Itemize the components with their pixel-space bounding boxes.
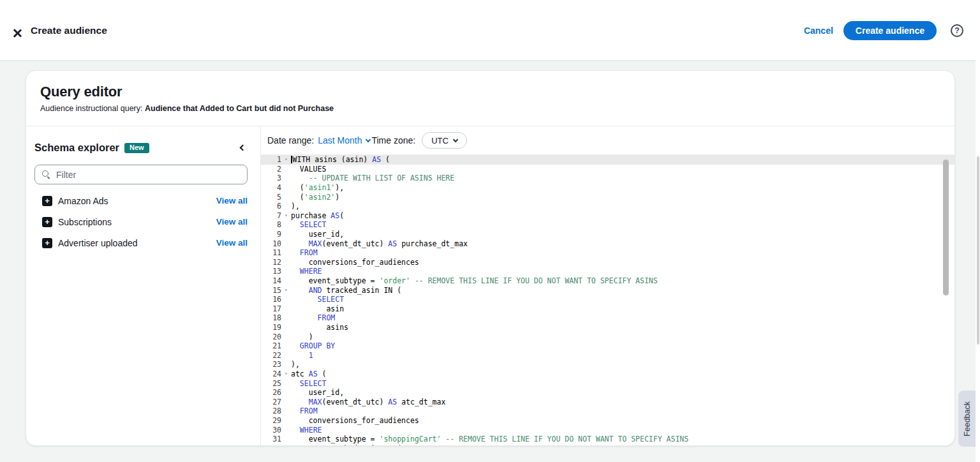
code-text: MAX(event_dt_utc) AS atc_dt_max	[291, 398, 445, 406]
filter-input-wrap[interactable]	[34, 165, 248, 184]
help-icon[interactable]: ?	[951, 24, 963, 37]
code-line[interactable]: 22 1	[261, 350, 954, 360]
line-number: 28	[261, 406, 281, 415]
subtitle-prefix: Audience instructional query:	[40, 104, 145, 113]
schema-item: +Advertiser uploadedView all	[34, 232, 248, 253]
code-text: FROM	[291, 248, 318, 257]
fold-arrow-icon[interactable]: ▾	[281, 288, 291, 293]
code-line[interactable]: 2 VALUES	[261, 165, 954, 174]
new-badge: New	[124, 143, 149, 153]
code-line[interactable]: 17 asin	[261, 304, 954, 314]
code-line[interactable]: 21 GROUP BY	[261, 341, 954, 351]
code-line[interactable]: 19 asins	[261, 323, 954, 332]
fold-arrow-icon[interactable]: ▾	[281, 157, 291, 162]
code-line[interactable]: 9 user_id,	[261, 230, 954, 239]
cancel-button[interactable]: Cancel	[804, 26, 833, 36]
code-line[interactable]: 8 SELECT	[261, 220, 954, 230]
code-text: WITH asins (asin) AS (	[291, 155, 390, 164]
schema-item: +SubscriptionsView all	[34, 211, 248, 232]
code-text: ),	[291, 360, 300, 369]
chevron-down-icon	[453, 137, 458, 142]
fold-arrow-icon[interactable]: ▾	[281, 213, 291, 218]
line-number: 17	[261, 304, 281, 313]
code-line[interactable]: 18 FROM	[261, 313, 954, 323]
code-text: )	[291, 332, 313, 341]
code-line[interactable]: 7▾purchase AS(	[261, 211, 954, 221]
code-line[interactable]: 27 MAX(event_dt_utc) AS atc_dt_max	[261, 397, 954, 406]
code-line[interactable]: 31 event_subtype = 'shoppingCart' -- REM…	[261, 435, 954, 444]
page-title: Create audience	[31, 0, 107, 61]
fold-arrow-icon[interactable]: ▾	[281, 371, 291, 376]
line-number: 11	[261, 248, 281, 257]
code-text: 1	[291, 351, 313, 360]
code-text: user_id,	[291, 388, 344, 397]
editor-scrollbar[interactable]	[943, 160, 949, 295]
code-text: AND tracked_asin IN (	[291, 444, 401, 445]
code-line[interactable]: 3 -- UPDATE WITH LIST OF ASINS HERE	[261, 174, 954, 183]
date-range-label: Date range:	[267, 135, 314, 145]
line-number: 10	[261, 239, 281, 248]
code-text: MAX(event_dt_utc) AS purchase_dt_max	[291, 239, 468, 248]
code-text: atc AS (	[291, 369, 326, 378]
code-line[interactable]: 16 SELECT	[261, 295, 954, 304]
code-line[interactable]: 12 conversions_for_audiences	[261, 258, 954, 267]
line-number: 1	[261, 155, 281, 164]
code-line[interactable]: 4 ('asin1'),	[261, 183, 954, 193]
code-text: -- UPDATE WITH LIST OF ASINS HERE	[291, 174, 454, 183]
query-editor-header: Query editor Audience instructional quer…	[26, 71, 954, 126]
code-line[interactable]: 28 FROM	[261, 406, 954, 416]
subtitle-query-name: Audience that Added to Cart but did not …	[145, 104, 334, 113]
code-line[interactable]: 24▾atc AS (	[261, 369, 954, 379]
line-number: 21	[261, 341, 281, 350]
code-line[interactable]: 32 AND tracked_asin IN (	[261, 443, 954, 445]
code-line[interactable]: 1▾WITH asins (asin) AS (	[261, 155, 954, 165]
create-audience-button[interactable]: Create audience	[843, 21, 937, 40]
close-icon[interactable]	[11, 27, 23, 39]
filter-input[interactable]	[56, 170, 241, 180]
line-number: 2	[261, 165, 281, 174]
view-all-link[interactable]: View all	[216, 196, 248, 205]
code-text: GROUP BY	[291, 341, 335, 350]
query-editor-title: Query editor	[40, 84, 940, 100]
view-all-link[interactable]: View all	[216, 217, 248, 227]
collapse-panel-icon[interactable]	[236, 142, 248, 154]
code-text: WHERE	[291, 267, 322, 276]
schema-item-label: Advertiser uploaded	[58, 238, 138, 248]
code-line[interactable]: 30 WHERE	[261, 425, 954, 435]
code-line[interactable]: 15▾ AND tracked_asin IN (	[261, 285, 954, 295]
code-line[interactable]: 5 ('asin2')	[261, 192, 954, 202]
code-line[interactable]: 29 conversions_for_audiences	[261, 416, 954, 426]
schema-explorer-panel: Schema explorer New +Amazon AdsView all+…	[26, 126, 261, 445]
code-line[interactable]: 20 )	[261, 332, 954, 341]
date-range-select[interactable]: Last Month	[318, 135, 371, 145]
expand-plus-icon[interactable]: +	[42, 217, 52, 227]
line-number: 3	[261, 174, 281, 183]
code-line[interactable]: 6),	[261, 202, 954, 211]
code-text: purchase AS(	[291, 211, 344, 220]
expand-plus-icon[interactable]: +	[42, 196, 52, 206]
code-line[interactable]: 26 user_id,	[261, 388, 954, 398]
view-all-link[interactable]: View all	[216, 238, 248, 248]
code-text: asins	[291, 323, 348, 332]
line-number: 9	[261, 230, 281, 239]
code-text: event_subtype = 'order' -- REMOVE THIS L…	[291, 276, 658, 285]
code-text: user_id,	[291, 230, 344, 239]
sql-code-editor[interactable]: 1▾WITH asins (asin) AS (2 VALUES3 -- UPD…	[261, 154, 954, 445]
schema-items-list: +Amazon AdsView all+SubscriptionsView al…	[34, 190, 248, 253]
code-line[interactable]: 25 SELECT	[261, 378, 954, 388]
code-line[interactable]: 11 FROM	[261, 248, 954, 258]
expand-plus-icon[interactable]: +	[42, 238, 52, 248]
schema-item-label: Amazon Ads	[58, 196, 108, 206]
feedback-button[interactable]: Feedback	[958, 391, 976, 447]
time-zone-select[interactable]: UTC	[422, 132, 467, 149]
line-number: 20	[261, 332, 281, 341]
code-line[interactable]: 14 event_subtype = 'order' -- REMOVE THI…	[261, 276, 954, 286]
search-icon	[41, 170, 51, 179]
page-scrollbar[interactable]	[976, 0, 980, 462]
code-line[interactable]: 23),	[261, 360, 954, 369]
code-text: WHERE	[291, 426, 322, 435]
code-line[interactable]: 10 MAX(event_dt_utc) AS purchase_dt_max	[261, 239, 954, 248]
code-line[interactable]: 13 WHERE	[261, 267, 954, 276]
line-number: 12	[261, 258, 281, 267]
schema-item-label: Subscriptions	[58, 217, 112, 227]
